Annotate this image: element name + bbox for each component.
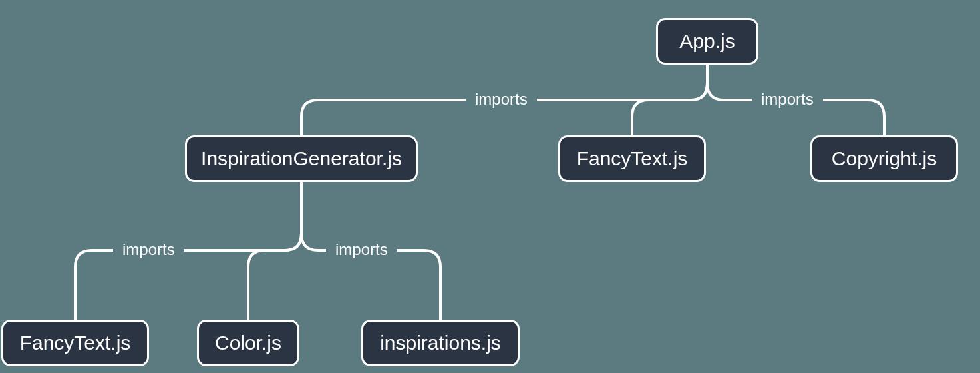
node-color: Color.js — [197, 320, 299, 366]
node-app: App.js — [656, 18, 758, 65]
node-label: Color.js — [215, 332, 281, 354]
node-inspirations: inspirations.js — [361, 320, 520, 366]
node-inspiration-generator: InspirationGenerator.js — [185, 135, 418, 182]
edge-label-app-to-inspgen: imports — [466, 90, 537, 109]
edge-label-inspgen-to-inspirations: imports — [326, 240, 397, 259]
node-copyright: Copyright.js — [810, 135, 958, 182]
node-label: FancyText.js — [577, 147, 688, 170]
module-dependency-diagram: App.js imports imports InspirationGenera… — [0, 0, 980, 373]
edge-label-app-to-copyright: imports — [752, 90, 823, 109]
edge-label-inspgen-to-fancytext: imports — [113, 240, 184, 259]
node-label: App.js — [679, 30, 735, 53]
node-fancy-text-left: FancyText.js — [1, 320, 149, 366]
node-label: Copyright.js — [832, 147, 937, 170]
dependency-edges — [0, 0, 980, 373]
node-label: FancyText.js — [20, 332, 131, 354]
node-fancy-text-right: FancyText.js — [558, 135, 706, 182]
node-label: InspirationGenerator.js — [201, 147, 402, 170]
node-label: inspirations.js — [380, 332, 501, 354]
